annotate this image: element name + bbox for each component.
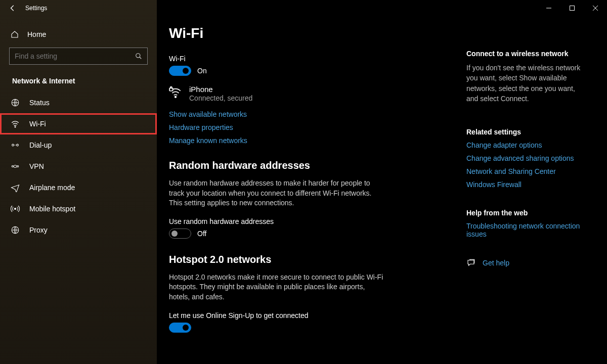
content-area: Wi-Fi Wi-Fi On iPhone Connected, secured… (157, 0, 607, 364)
related-heading: Related settings (466, 128, 595, 136)
back-button[interactable] (9, 5, 16, 12)
page-title: Wi-Fi (169, 25, 448, 41)
nav-item-dialup[interactable]: Dial-up (0, 134, 157, 156)
current-network[interactable]: iPhone Connected, secured (169, 85, 448, 102)
close-button[interactable] (584, 0, 607, 16)
svg-point-8 (12, 144, 14, 146)
hotspot-heading: Hotspot 2.0 networks (169, 254, 448, 265)
network-status: Connected, secured (189, 94, 252, 102)
category-header: Network & Internet (0, 69, 157, 92)
sidebar: Home Network & Internet Status Wi-Fi Dia… (0, 0, 157, 364)
nav-item-label: Proxy (29, 226, 48, 234)
svg-point-12 (17, 166, 19, 167)
connect-heading: Connect to a wireless network (466, 50, 595, 58)
search-icon (135, 53, 142, 60)
svg-point-11 (12, 166, 13, 167)
vpn-icon (10, 162, 20, 171)
wifi-secure-icon (169, 85, 182, 99)
nav-item-label: VPN (29, 162, 44, 170)
search-box[interactable] (9, 48, 148, 65)
minimize-button[interactable] (537, 0, 560, 16)
connect-desc: If you don't see the wireless network yo… (466, 63, 588, 104)
nav-item-hotspot[interactable]: Mobile hotspot (0, 198, 157, 219)
window-title: Settings (25, 5, 47, 12)
nav: Status Wi-Fi Dial-up VPN Airplane mode (0, 92, 157, 241)
svg-point-9 (17, 144, 19, 146)
wifi-icon (10, 119, 20, 128)
svg-rect-1 (570, 6, 575, 11)
aside-column: Connect to a wireless network If you don… (460, 25, 607, 364)
nav-item-label: Mobile hotspot (29, 205, 75, 213)
link-hardware-properties[interactable]: Hardware properties (169, 123, 448, 131)
chat-icon (466, 258, 475, 267)
nav-item-label: Status (29, 99, 50, 107)
wifi-toggle[interactable] (169, 66, 191, 76)
svg-line-5 (140, 57, 142, 59)
nav-item-wifi[interactable]: Wi-Fi (0, 113, 157, 134)
maximize-button[interactable] (560, 0, 584, 16)
main-column: Wi-Fi Wi-Fi On iPhone Connected, secured… (157, 25, 460, 364)
svg-rect-16 (169, 88, 173, 90)
svg-point-4 (136, 54, 140, 58)
network-name: iPhone (189, 85, 252, 94)
link-sharing-options[interactable]: Change advanced sharing options (466, 154, 595, 162)
random-toggle-state: Off (197, 230, 206, 238)
get-help-button[interactable]: Get help (466, 258, 595, 267)
status-icon (10, 98, 20, 107)
webhelp-heading: Help from the web (466, 209, 595, 217)
get-help-label: Get help (483, 259, 509, 267)
proxy-icon (10, 225, 20, 235)
title-bar: Settings (0, 0, 607, 16)
dialup-icon (10, 141, 20, 150)
link-firewall[interactable]: Windows Firewall (466, 180, 595, 189)
nav-item-label: Airplane mode (29, 184, 75, 192)
svg-point-7 (15, 126, 16, 127)
wifi-toggle-state: On (197, 67, 207, 75)
nav-item-vpn[interactable]: VPN (0, 156, 157, 177)
home-icon (10, 30, 19, 38)
svg-point-15 (175, 96, 177, 98)
nav-item-label: Wi-Fi (29, 120, 46, 128)
search-input[interactable] (15, 52, 135, 60)
wifi-toggle-label: Wi-Fi (169, 55, 448, 63)
nav-item-proxy[interactable]: Proxy (0, 219, 157, 241)
link-sharing-center[interactable]: Network and Sharing Center (466, 167, 595, 175)
link-show-networks[interactable]: Show available networks (169, 110, 448, 118)
hotspot-icon (10, 204, 20, 213)
link-adapter-options[interactable]: Change adapter options (466, 141, 595, 149)
hotspot-toggle[interactable] (169, 323, 191, 333)
nav-item-airplane[interactable]: Airplane mode (0, 177, 157, 198)
random-toggle-label: Use random hardware addresses (169, 217, 448, 225)
link-troubleshoot[interactable]: Troubleshooting network connection issue… (466, 222, 595, 238)
link-manage-known[interactable]: Manage known networks (169, 136, 448, 145)
random-heading: Random hardware addresses (169, 160, 448, 171)
airplane-icon (10, 183, 20, 192)
nav-item-label: Dial-up (29, 141, 52, 149)
random-desc: Use random hardware addresses to make it… (169, 178, 386, 208)
svg-point-13 (15, 208, 16, 210)
random-toggle[interactable] (169, 229, 191, 239)
hotspot-toggle-label: Let me use Online Sign-Up to get connect… (169, 311, 448, 320)
hotspot-desc: Hotspot 2.0 networks make it more secure… (169, 272, 386, 302)
home-button[interactable]: Home (0, 25, 157, 43)
home-label: Home (27, 30, 46, 38)
nav-item-status[interactable]: Status (0, 92, 157, 113)
